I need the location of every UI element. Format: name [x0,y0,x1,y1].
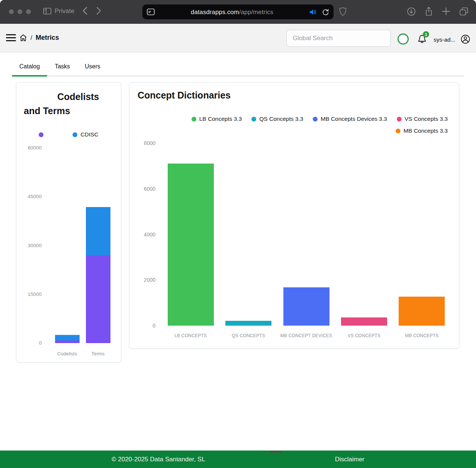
bar-segment[interactable] [283,287,329,326]
legend-dot-icon [251,117,256,122]
forward-button[interactable] [96,7,101,15]
avatar-icon[interactable] [461,35,470,44]
y-tick-label: 0 [152,322,155,329]
notification-badge: 1 [423,31,429,38]
legend-dot-icon [192,117,196,122]
url-text[interactable]: datasdrapps.com/app/metrics [155,9,309,16]
menu-icon[interactable] [6,34,16,41]
concepts-card: Concept Dictionaries LB Concepts 3.3QS C… [129,82,459,349]
bar[interactable] [168,164,214,326]
legend-label: VS Concepts 3.3 [405,116,448,122]
bar-segment[interactable] [399,297,445,326]
legend-dot-icon [396,129,401,133]
concepts-legend: LB Concepts 3.3QS Concepts 3.3MB Concept… [138,116,451,134]
legend-label: QS Concepts 3.3 [259,116,303,122]
y-tick-label: 15000 [28,291,42,298]
codelists-card: Codelists and Terms CDISC 01500030000450… [16,82,121,362]
legend-dot-icon [313,117,318,122]
bar-segment[interactable] [225,321,271,326]
x-axis-label: MB CONCEPTS [393,333,451,338]
share-icon[interactable] [425,7,433,16]
browser-chrome: Private datasdrapps.com/app/metrics [0,0,476,24]
copyright-text: © 2020-2025 Data Santander, SL [112,456,205,463]
legend-item[interactable]: MB Concepts 3.3 [396,128,448,134]
y-tick-label: 0 [39,339,42,347]
disclaimer-link[interactable]: Disclaimer [335,456,364,463]
username-label[interactable]: sys-ad... [434,36,456,43]
legend-item[interactable] [39,132,44,137]
sidebar-icon[interactable] [43,8,51,14]
legend-label: MB Concepts 3.3 [403,128,448,134]
page-title: Metrics [36,34,59,42]
codelists-x-axis: CodelistsTerms [52,351,113,356]
url-path: /app/metrics [239,9,273,15]
bar-segment[interactable] [168,164,214,326]
legend-item[interactable]: MB Concepts Devices 3.3 [313,116,387,122]
y-tick-label: 30000 [28,242,42,249]
bar[interactable] [283,287,329,326]
bar[interactable] [86,207,110,343]
y-tick-label: 2000 [144,276,155,284]
x-axis-label: LB CONCEPTS [162,333,219,338]
bar[interactable] [341,317,387,326]
notifications-button[interactable]: 1 [417,34,428,45]
codelists-legend: CDISC [24,131,113,138]
minimize-window-icon[interactable] [17,9,22,14]
legend-item[interactable]: VS Concepts 3.3 [397,116,448,122]
tab-bar: Catalog Tasks Users [12,60,464,77]
tab-tasks[interactable]: Tasks [47,60,77,75]
bar-segment[interactable] [341,317,387,326]
legend-dot-icon [73,132,77,137]
privacy-shield-icon[interactable] [339,7,347,16]
tab-catalog[interactable]: Catalog [12,60,47,75]
bar[interactable] [55,335,80,343]
bar-segment[interactable] [86,255,110,343]
footer: © 2020-2025 Data Santander, SL Disclaime… [0,451,476,468]
legend-label: CDISC [80,131,98,138]
codelists-chart: 015000300004500060000 [24,148,113,343]
concepts-x-axis: LB CONCEPTSQS CONCEPTSMB CONCEPT DEVICES… [162,333,451,338]
footer-notch [269,451,282,453]
page-settings-icon[interactable] [147,9,155,15]
legend-item[interactable]: CDISC [73,131,98,138]
traffic-lights[interactable] [9,9,31,14]
y-tick-label: 8000 [144,139,155,147]
legend-item[interactable]: LB Concepts 3.3 [192,116,242,122]
x-axis-label: QS CONCEPTS [219,333,277,338]
new-tab-icon[interactable] [442,7,450,16]
concepts-chart: 02000400060008000 [138,143,451,326]
y-tick-label: 45000 [28,193,42,200]
tab-users[interactable]: Users [77,60,108,75]
legend-dot-icon [397,117,402,122]
search-input[interactable] [286,30,391,47]
downloads-icon[interactable] [407,7,416,16]
home-icon[interactable] [19,34,27,42]
address-bar[interactable]: datasdrapps.com/app/metrics [142,4,334,19]
bar[interactable] [399,297,445,326]
reload-icon[interactable] [322,9,329,16]
back-button[interactable] [83,7,87,15]
close-window-icon[interactable] [9,9,14,14]
app-header: / Metrics 1 sys-ad... [0,24,476,52]
status-ring [398,33,409,45]
legend-item[interactable]: QS Concepts 3.3 [251,116,303,122]
zoom-window-icon[interactable] [26,9,31,14]
breadcrumb-separator: / [30,34,32,42]
y-tick-label: 60000 [28,144,42,152]
bar[interactable] [225,321,271,326]
bar-segment[interactable] [55,335,80,340]
x-axis-label: MB CONCEPT DEVICES [277,333,335,338]
bar-segment[interactable] [86,207,110,255]
legend-label: LB Concepts 3.3 [199,116,242,122]
x-axis-label: VS CONCEPTS [335,333,393,338]
private-indicator[interactable]: Private [43,7,74,15]
audio-mute-icon[interactable] [309,9,317,15]
codelists-chart-title: Codelists and Terms [24,90,98,118]
browser-window: Private datasdrapps.com/app/metrics [0,0,476,468]
y-tick-label: 4000 [144,231,155,238]
main-content: Catalog Tasks Users Codelists and Terms … [0,52,476,451]
tab-overview-icon[interactable] [459,7,469,16]
x-axis-label: Codelists [52,351,83,356]
concepts-chart-title: Concept Dictionaries [138,90,451,101]
bar-segment[interactable] [55,340,80,343]
